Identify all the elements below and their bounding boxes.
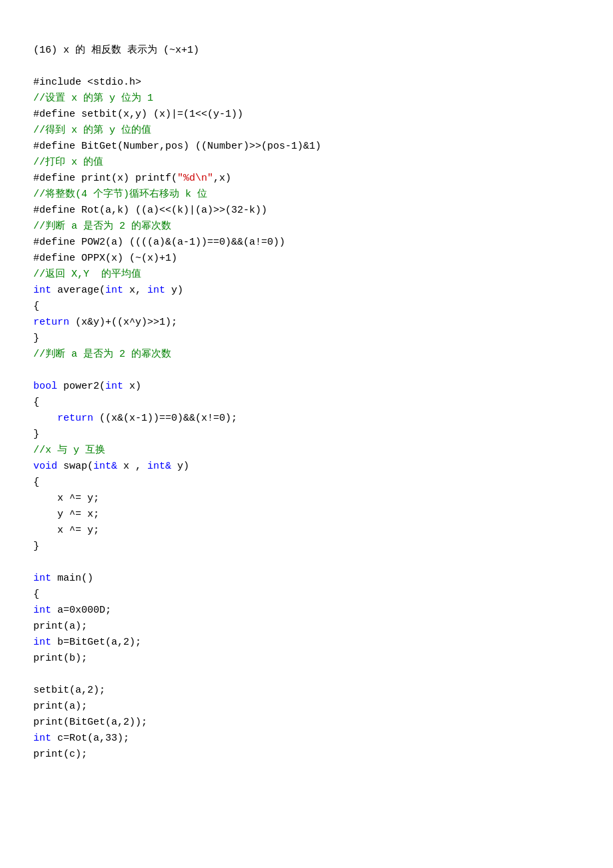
line-average-sig: int average(int x, int y) bbox=[33, 285, 183, 296]
line-include: #include <stdio.h> bbox=[33, 77, 141, 88]
line-comment-4: //将整数(4 个字节)循环右移动 k 位 bbox=[33, 189, 207, 200]
code-content: (16) x 的 相反数 表示为 (~x+1) #include <stdio.… bbox=[33, 27, 580, 763]
line-comment-7: //判断 a 是否为 2 的幂次数 bbox=[33, 349, 171, 360]
line-print-bitget: print(BitGet(a,2)); bbox=[33, 717, 147, 728]
line-define-oppx: #define OPPX(x) (~(x)+1) bbox=[33, 253, 177, 264]
line-return-power2: return ((x&(x-1))==0)&&(x!=0); bbox=[33, 413, 237, 424]
line-define-print: #define print(x) printf("%d\n",x) bbox=[33, 173, 231, 184]
line-define-rot: #define Rot(a,k) ((a)<<(k)|(a)>>(32-k)) bbox=[33, 205, 267, 216]
line-brace-open-3: { bbox=[33, 477, 39, 488]
line-brace-close-3: } bbox=[33, 541, 39, 552]
line-xor-1: x ^= y; bbox=[33, 493, 99, 504]
line-power2-sig: bool power2(int x) bbox=[33, 381, 141, 392]
line-1: (16) x 的 相反数 表示为 (~x+1) bbox=[33, 45, 199, 56]
line-comment-1: //设置 x 的第 y 位为 1 bbox=[33, 93, 153, 104]
line-xor-2: y ^= x; bbox=[33, 509, 99, 520]
line-brace-close-1: } bbox=[33, 333, 39, 344]
line-print-b: print(b); bbox=[33, 653, 87, 664]
line-comment-6: //返回 X,Y 的平均值 bbox=[33, 269, 141, 280]
line-define-setbit: #define setbit(x,y) (x)|=(1<<(y-1)) bbox=[33, 109, 243, 120]
line-brace-open-1: { bbox=[33, 301, 39, 312]
line-comment-8: //x 与 y 互换 bbox=[33, 445, 105, 456]
line-int-b: int b=BitGet(a,2); bbox=[33, 637, 141, 648]
line-print-a: print(a); bbox=[33, 621, 87, 632]
line-print-a2: print(a); bbox=[33, 701, 87, 712]
line-main-sig: int main() bbox=[33, 573, 93, 584]
line-brace-open-4: { bbox=[33, 589, 39, 600]
line-return-average: return (x&y)+((x^y)>>1); bbox=[33, 317, 177, 328]
line-swap-sig: void swap(int& x , int& y) bbox=[33, 461, 189, 472]
line-comment-5: //判断 a 是否为 2 的幂次数 bbox=[33, 221, 171, 232]
line-xor-3: x ^= y; bbox=[33, 525, 99, 536]
line-int-c: int c=Rot(a,33); bbox=[33, 733, 129, 744]
line-define-pow2: #define POW2(a) ((((a)&(a-1))==0)&&(a!=0… bbox=[33, 237, 285, 248]
line-brace-close-2: } bbox=[33, 429, 39, 440]
line-print-c: print(c); bbox=[33, 749, 87, 760]
line-setbit: setbit(a,2); bbox=[33, 685, 105, 696]
line-define-bitget: #define BitGet(Number,pos) ((Number)>>(p… bbox=[33, 141, 321, 152]
line-brace-open-2: { bbox=[33, 397, 39, 408]
line-int-a: int a=0x000D; bbox=[33, 605, 111, 616]
line-comment-2: //得到 x 的第 y 位的值 bbox=[33, 125, 151, 136]
line-comment-3: //打印 x 的值 bbox=[33, 157, 103, 168]
